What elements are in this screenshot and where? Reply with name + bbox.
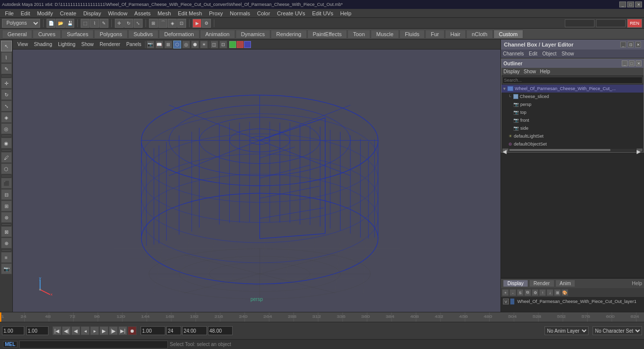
menu-assets[interactable]: Assets [131, 10, 153, 17]
vp-texture-icon[interactable]: ⬢ [191, 41, 199, 49]
snap-grid-button[interactable]: ⊞ [149, 19, 158, 28]
open-scene-button[interactable]: 📂 [56, 19, 65, 28]
vp-color3-btn[interactable] [244, 41, 251, 48]
outliner-item-top[interactable]: 📷 top [501, 108, 644, 116]
vp-lighting-menu[interactable]: Lighting [55, 41, 78, 48]
outliner-display-menu[interactable]: Display [503, 69, 520, 74]
layer-duplicate-btn[interactable]: ⧉ [524, 289, 531, 296]
tab-painteffects[interactable]: PaintEffects [307, 30, 347, 39]
tab-rendering[interactable]: Rendering [271, 30, 307, 39]
mel-input[interactable] [19, 341, 168, 349]
outliner-scroll-left[interactable]: ◀ [502, 149, 508, 151]
rivet-button[interactable]: ⊕ [1, 238, 12, 249]
paint-skin-button[interactable]: ⬡ [1, 163, 12, 174]
menu-edit-mesh[interactable]: Edit Mesh [175, 10, 205, 17]
rotate-tool-button[interactable]: ↻ [124, 19, 133, 28]
layer-settings-btn[interactable]: ⚙ [532, 289, 539, 296]
menu-window[interactable]: Window [105, 10, 130, 17]
cb-object-tab[interactable]: Object [543, 51, 557, 56]
vp-shading-menu[interactable]: Shading [32, 41, 55, 48]
tab-fur[interactable]: Fur [425, 30, 445, 39]
range-end-field[interactable] [182, 326, 207, 335]
menu-help[interactable]: Help [337, 10, 354, 17]
record-btn[interactable]: ⏺ [128, 326, 137, 335]
outliner-item-objset[interactable]: ⊛ defaultObjectSet [501, 140, 644, 148]
tab-animation[interactable]: Animation [200, 30, 235, 39]
outliner-help-menu[interactable]: Help [540, 69, 550, 74]
paint-select-button[interactable]: ✎ [99, 19, 108, 28]
cb-tab-anim[interactable]: Anim [555, 280, 576, 287]
outliner-scrolltrack[interactable] [509, 149, 636, 151]
outliner-search-input[interactable] [502, 77, 643, 84]
cb-edit-tab[interactable]: Edit [529, 51, 537, 56]
step-forward-btn[interactable]: |▶ [109, 326, 118, 335]
lasso-tool-button[interactable]: ⌇ [90, 19, 99, 28]
menu-create-uvs[interactable]: Create UVs [274, 10, 308, 17]
vp-color2-btn[interactable] [237, 41, 244, 48]
outliner-scroll-right[interactable]: ▶ [637, 149, 643, 151]
step-forward-1-btn[interactable]: ▸ [90, 326, 99, 335]
sculpt-button[interactable]: 🖊 [1, 152, 12, 163]
panel-close-btn[interactable]: ✕ [635, 42, 641, 48]
outliner-show-menu[interactable]: Show [524, 69, 536, 74]
step-back-btn[interactable]: ◀| [62, 326, 71, 335]
outliner-scrollthumb[interactable] [509, 149, 610, 151]
tab-dynamics[interactable]: Dynamics [236, 30, 270, 39]
vp-isolate-btn[interactable]: ◫ [210, 41, 218, 49]
vp-resolution-btn[interactable]: ⊡ [219, 41, 227, 49]
cb-tab-display[interactable]: Display [503, 280, 528, 287]
menu-file[interactable]: File [2, 10, 17, 17]
coordinate-y[interactable] [596, 19, 626, 27]
snap-point-button[interactable]: ◈ [168, 19, 177, 28]
camera-tool-button[interactable]: 📷 [1, 263, 12, 274]
show-manip-button[interactable]: ◉ [1, 138, 12, 149]
outliner-item-cheese[interactable]: └ Cheese_sliced [501, 93, 644, 100]
start-time-field[interactable] [26, 326, 49, 335]
cb-show-tab[interactable]: Show [561, 51, 574, 56]
tab-hair[interactable]: Hair [445, 30, 466, 39]
outliner-maximize-btn[interactable]: □ [629, 60, 635, 66]
vp-renderer-menu[interactable]: Renderer [97, 41, 123, 48]
panel-float-btn[interactable]: ⊡ [628, 42, 634, 48]
tab-toon[interactable]: Toon [347, 30, 370, 39]
cb-help-btn[interactable]: Help [632, 281, 642, 286]
create-poly-button[interactable]: ⬛ [1, 178, 12, 189]
tab-muscle[interactable]: Muscle [371, 30, 399, 39]
extrude-button[interactable]: ⊞ [1, 200, 12, 211]
render-final-button[interactable]: REN [627, 19, 642, 28]
save-scene-button[interactable]: 💾 [65, 19, 74, 28]
layer-new-btn[interactable]: + [502, 289, 509, 296]
vp-view-menu[interactable]: View [15, 41, 31, 48]
step-back-1-btn[interactable]: ◂ [81, 326, 90, 335]
timeline-ruler[interactable]: 1 24 48 72 96 120 144 168 192 216 240 26… [0, 312, 644, 322]
merge-vertex-button[interactable]: ⊛ [1, 212, 12, 223]
uv-editor-button[interactable]: ⊠ [1, 226, 12, 237]
vp-smooth-icon[interactable]: ◎ [182, 41, 190, 49]
goto-end-btn[interactable]: ▶| [118, 326, 127, 335]
tab-ncloth[interactable]: nCloth [466, 30, 493, 39]
lasso-select-button[interactable]: ⌇ [1, 52, 12, 63]
outliner-item-wheel[interactable]: ▼ Wheel_Of_Parmesan_Cheese_With_Piece_Cu… [501, 85, 644, 93]
canvas-area[interactable]: y x persp [13, 50, 500, 312]
range-total[interactable] [208, 326, 233, 335]
char-select[interactable]: No Character Set [593, 326, 642, 335]
range-start-field[interactable] [141, 326, 165, 335]
goto-start-btn[interactable]: |◀ [52, 326, 61, 335]
menu-color[interactable]: Color [254, 10, 273, 17]
coordinate-x[interactable] [565, 19, 594, 27]
range-end-num[interactable] [166, 326, 181, 335]
layer-delete-btn[interactable]: - [509, 289, 516, 296]
outliner-minimize-btn[interactable]: _ [622, 60, 628, 66]
soft-mod-button[interactable]: ◎ [1, 123, 12, 134]
play-forward-btn[interactable]: ▶ [99, 326, 108, 335]
anim-layer-select[interactable]: No Anim Layer [545, 326, 589, 335]
menu-create[interactable]: Create [57, 10, 79, 17]
move-tool-button[interactable]: ✛ [115, 19, 124, 28]
cb-tab-render[interactable]: Render [529, 280, 554, 287]
scale-lt-button[interactable]: ⤡ [1, 100, 12, 111]
mode-selector[interactable]: Polygons Animation Modeling Rendering [2, 19, 40, 28]
vp-grid-icon[interactable]: ⊞ [164, 41, 172, 49]
menu-normals[interactable]: Normals [227, 10, 253, 17]
render-settings-button[interactable]: ⚙ [202, 19, 211, 28]
universal-manip-button[interactable]: ◈ [1, 112, 12, 123]
